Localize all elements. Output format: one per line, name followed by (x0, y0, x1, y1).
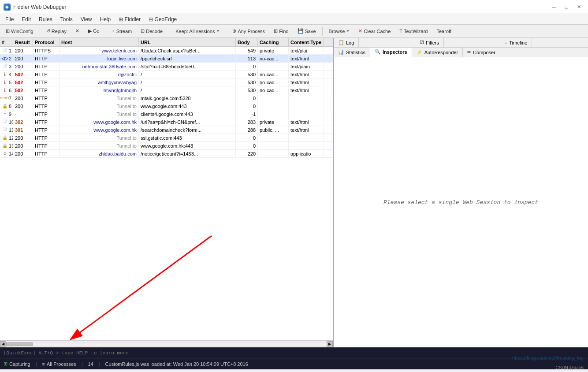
cell-url: /url?sa=p&hl=zh-CN&pref... (139, 118, 236, 126)
maximize-button[interactable]: □ (561, 3, 572, 11)
tab-autoresponder[interactable]: ⚡ AutoResponder (412, 48, 463, 57)
menu-edit[interactable]: Edit (18, 15, 34, 23)
tab-composer[interactable]: ✏ Composer (463, 48, 500, 57)
col-header-result[interactable]: Result (13, 38, 33, 46)
row-icon: ℹ (2, 79, 8, 86)
tab-filters[interactable]: ☑ Filters (415, 38, 444, 47)
row-icon: ◁▷ (2, 56, 8, 62)
cell-host: Tunnel to (60, 94, 139, 102)
status-sep-1: | (36, 361, 37, 367)
cell-body: 530 (236, 71, 258, 78)
cell-content (289, 102, 324, 110)
stream-button[interactable]: ≈ Stream (108, 27, 136, 35)
sessions-panel: # Result Protocol Host URL Body Caching … (0, 38, 334, 347)
keep-sessions-button[interactable]: Keep: All sessions ▼ (171, 27, 223, 35)
sessions-list[interactable]: 📄 1 200 HTTPS www.telerik.com /UpdateChe… (0, 47, 333, 340)
cell-caching (258, 134, 289, 141)
table-row[interactable]: ↑ 9 - HTTP Tunnel to clients4.google.com… (0, 110, 333, 118)
table-row[interactable]: 🔒 13 200 HTTP Tunnel to www.google.com.h… (0, 142, 333, 150)
textwizard-button[interactable]: T TextWizard (395, 27, 432, 35)
tab-statistics[interactable]: 📊 Statistics (334, 48, 370, 57)
cell-result: 200 (13, 142, 33, 149)
quickexec-input[interactable] (4, 350, 584, 356)
tab-timeline[interactable]: ≡ Timeline (500, 38, 532, 47)
menu-geoedge[interactable]: ⊟ GeoEdge (145, 15, 180, 23)
capturing-status: ⊞ Capturing (4, 361, 30, 367)
table-row[interactable]: ⚙ 14 200 HTTP zhidao.baidu.com /notice/g… (0, 150, 333, 158)
toolbar-sep-1 (40, 27, 40, 36)
cell-num: ↑ 9 (0, 110, 13, 118)
clear-cache-icon: ✕ (358, 28, 362, 34)
close-button[interactable]: ✕ (573, 3, 584, 11)
table-row[interactable]: 🔒 8 200 HTTP Tunnel to www.google.com:44… (0, 102, 333, 110)
cell-num: 🔒 13 (0, 142, 13, 149)
col-header-protocol[interactable]: Protocol (33, 38, 60, 46)
any-process-button[interactable]: ⊕ Any Process (228, 27, 269, 35)
go-button[interactable]: ▶ Go (84, 27, 104, 35)
replay-button[interactable]: ↺ Replay (42, 27, 71, 35)
cell-body: 0 (236, 63, 258, 70)
table-row[interactable]: 📄 10 302 HTTP www.google.com.hk /url?sa=… (0, 118, 333, 126)
title-bar: ◆ Fiddler Web Debugger ─ □ ✕ (0, 0, 588, 14)
menu-tools[interactable]: Tools (57, 15, 76, 23)
menu-file[interactable]: File (2, 15, 17, 23)
table-row[interactable]: SPDY 7 200 HTTP Tunnel to mtalk.google.c… (0, 94, 333, 102)
table-row[interactable]: 📄 11 301 HTTP www.google.com.hk /searchd… (0, 126, 333, 134)
col-header-num[interactable]: # (0, 38, 13, 46)
cell-protocol: HTTP (33, 102, 60, 110)
status-sep-3: | (99, 361, 100, 367)
cell-caching: public, ... (258, 126, 289, 134)
table-row[interactable]: ◁▷ 2 200 HTTP login.live.com /ppcrlcheck… (0, 55, 333, 63)
menu-view[interactable]: View (77, 15, 96, 23)
browse-button[interactable]: Browse ▼ (325, 27, 354, 35)
cell-content: text/plain (289, 63, 324, 70)
cell-url: clients4.google.com:443 (139, 110, 236, 118)
cell-url: /stat?mid=68ebdcdefde0... (139, 63, 236, 70)
right-tabs-row-2: 📊 Statistics 🔍 Inspectors ⚡ AutoResponde… (334, 48, 588, 57)
col-header-body[interactable]: Body (236, 38, 258, 46)
col-header-host[interactable]: Host (60, 38, 139, 46)
cell-content: text/html (289, 126, 324, 134)
cell-caching: no-cac... (258, 55, 289, 62)
decode-button[interactable]: ⊡ Decode (137, 27, 167, 35)
cell-host: login.live.com (60, 55, 139, 62)
minimize-button[interactable]: ─ (548, 3, 560, 11)
remove-button[interactable]: ✕ (71, 27, 83, 35)
clear-cache-button[interactable]: ✕ Clear Cache (354, 27, 394, 35)
cell-caching (258, 63, 289, 70)
table-row[interactable]: 🔒 12 200 HTTP Tunnel to ssl.gstatic.com:… (0, 134, 333, 142)
table-row[interactable]: ℹ 5 502 HTTP amlhgyxmvwhyag / 530 no-cac… (0, 78, 333, 86)
cell-content: text/html (289, 55, 324, 62)
cell-caching: no-cac... (258, 86, 289, 94)
menu-fiddler[interactable]: ⊞ Fiddler (115, 15, 144, 23)
table-row[interactable]: ℹ 6 502 HTTP tmvnqfgtnmojth / 530 no-cac… (0, 86, 333, 94)
save-button[interactable]: 💾 Save (294, 27, 320, 35)
keep-sessions-dropdown-arrow: ▼ (216, 29, 220, 33)
col-header-content[interactable]: Content-Type (289, 38, 324, 46)
cell-num: 🔒 8 (0, 102, 13, 110)
menu-bar: File Edit Rules Tools View Help ⊞ Fiddle… (0, 14, 588, 25)
find-button[interactable]: ⊞ Find (270, 27, 292, 35)
cell-url: /ppcrlcheck.srf (139, 55, 236, 62)
toolbar-sep-2 (106, 27, 106, 36)
row-icon: ℹ (2, 71, 8, 78)
cell-url: www.google.com.hk:443 (139, 142, 236, 149)
tab-log[interactable]: 📋 Log (334, 38, 359, 47)
table-row[interactable]: ℹ 4 502 HTTP djyzncfci / 530 no-cac... t… (0, 71, 333, 78)
cell-content: text/html (289, 118, 324, 126)
cell-num: ℹ 6 (0, 86, 13, 94)
menu-help[interactable]: Help (97, 15, 115, 23)
tab-inspectors[interactable]: 🔍 Inspectors (370, 48, 412, 57)
col-header-url[interactable]: URL (139, 38, 236, 46)
row-icon: 📄 (2, 48, 8, 54)
tearoff-button[interactable]: Tearoff (433, 27, 455, 35)
winconfig-button[interactable]: ⊞ WinConfig (2, 27, 37, 35)
cell-host: Tunnel to (60, 134, 139, 141)
table-row[interactable]: 📄 1 200 HTTPS www.telerik.com /UpdateChe… (0, 47, 333, 55)
horizontal-scrollbar[interactable]: ◀ ▶ (0, 340, 333, 347)
table-row[interactable]: 📄 3 200 HTTP netmon.stat.360safe.com /st… (0, 63, 333, 71)
menu-rules[interactable]: Rules (35, 15, 56, 23)
row-icon: SPDY (2, 95, 8, 101)
cell-result: 200 (13, 94, 33, 102)
col-header-caching[interactable]: Caching (258, 38, 289, 46)
